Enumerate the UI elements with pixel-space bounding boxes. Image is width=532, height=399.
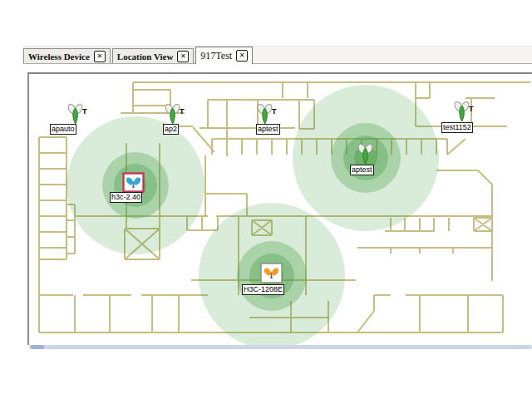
location-map-panel: T apauto T ap2 T aptest <box>27 72 532 345</box>
ap-label: aptest <box>256 124 280 135</box>
close-icon[interactable]: ✕ <box>236 50 248 62</box>
tab-label: Wireless Device <box>28 52 90 62</box>
tab-location-view[interactable]: Location View ✕ <box>112 48 195 63</box>
close-icon[interactable]: ✕ <box>94 51 106 62</box>
scrollbar-thumb[interactable] <box>31 345 44 349</box>
tab-wireless-device[interactable]: Wireless Device ✕ <box>23 48 111 63</box>
ap-flag: T <box>180 107 185 116</box>
tab-label: 917Test <box>200 50 232 62</box>
ap-flag: T <box>469 105 474 113</box>
ap-label: H3C-1208E <box>242 284 284 295</box>
ap-label: aptest <box>350 165 374 175</box>
ap-label: test1152 <box>441 122 473 133</box>
ap-label: apauto <box>50 124 76 135</box>
ap-flag: T <box>82 107 87 116</box>
tab-bar: Wireless Device ✕ Location View ✕ 917Tes… <box>23 46 532 64</box>
ap-label: h3c-2.40 <box>110 192 142 203</box>
ap-label: ap2 <box>163 124 179 135</box>
tab-label: Location View <box>117 52 174 62</box>
antenna-icon-selected <box>122 172 145 193</box>
horizontal-scrollbar[interactable] <box>29 345 532 349</box>
app-window: Wireless Device ✕ Location View ✕ 917Tes… <box>0 0 532 399</box>
antenna-icon <box>260 263 283 283</box>
ap-flag: T <box>272 107 277 116</box>
antenna-icon <box>355 143 377 165</box>
close-icon[interactable]: ✕ <box>177 51 189 62</box>
tab-917test[interactable]: 917Test ✕ <box>195 47 253 64</box>
